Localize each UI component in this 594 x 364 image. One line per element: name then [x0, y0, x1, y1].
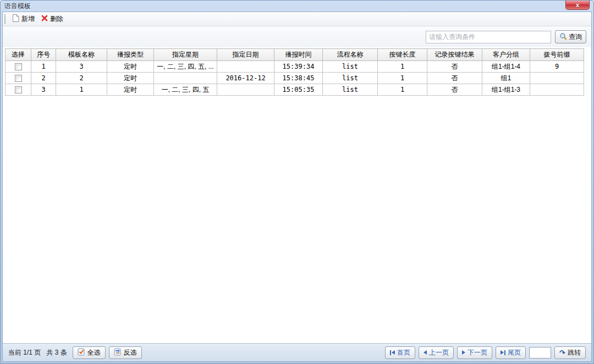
first-page-label: 首页 — [397, 348, 410, 357]
table-cell — [154, 73, 217, 84]
table-cell: 3 — [31, 84, 56, 96]
table-cell: 15:39:34 — [274, 61, 323, 73]
jump-button-label: 跳转 — [568, 348, 581, 357]
select-cell — [6, 73, 31, 84]
next-page-label: 下一页 — [468, 348, 487, 357]
total-count-label: 共 3 条 — [46, 349, 67, 356]
select-all-label: 全选 — [87, 348, 101, 357]
column-header[interactable]: 模板名称 — [56, 49, 107, 61]
table-cell: 定时 — [107, 84, 154, 96]
table-cell — [530, 84, 584, 96]
column-header[interactable]: 序号 — [31, 49, 56, 61]
table-row: 13定时一, 二, 三, 四, 五, ...15:39:34list1否组1-组… — [6, 61, 584, 73]
column-header[interactable]: 指定日期 — [217, 49, 274, 61]
table-cell: 15:38:45 — [274, 73, 323, 84]
prev-page-button[interactable]: 上一页 — [419, 346, 454, 359]
delete-button-label: 删除 — [50, 14, 63, 24]
table-cell: 定时 — [107, 73, 154, 84]
table-cell: 1 — [31, 61, 56, 73]
column-header[interactable]: 播报类型 — [107, 49, 154, 61]
column-header[interactable]: 播报时间 — [274, 49, 323, 61]
invert-select-icon — [114, 348, 122, 357]
window-title: 语音模板 — [1, 2, 31, 11]
toolbar-grip-handle[interactable] — [4, 14, 7, 24]
column-header[interactable]: 按键长度 — [378, 49, 427, 61]
column-header[interactable]: 拨号前缀 — [530, 49, 584, 61]
column-header[interactable]: 指定星期 — [154, 49, 217, 61]
table-cell: list — [323, 73, 378, 84]
table-cell: 2016-12-12 — [217, 73, 274, 84]
table-cell — [217, 84, 274, 96]
page-info: 当前 1/1 页共 3 条 — [8, 348, 73, 357]
table-cell: 否 — [427, 84, 482, 96]
column-header[interactable]: 选择 — [6, 49, 31, 61]
table-area: 选择序号模板名称播报类型指定星期指定日期播报时间流程名称按键长度记录按键结果客户… — [3, 47, 591, 343]
table-cell — [217, 61, 274, 73]
first-page-button[interactable]: 首页 — [385, 346, 415, 359]
current-page-label: 当前 1/1 页 — [8, 349, 41, 356]
table-cell: 1 — [378, 73, 427, 84]
table-cell: 1 — [378, 84, 427, 96]
table-cell: list — [323, 61, 378, 73]
dialog-window: 语音模板 x 新增 删除 — [0, 0, 594, 364]
jump-arrow-icon: ↷ — [559, 349, 565, 356]
add-button-label: 新增 — [21, 14, 35, 24]
table-row: 31定时一, 二, 三, 四, 五15:05:35list1否组1-组1-3 — [6, 84, 584, 96]
table-cell: 否 — [427, 61, 482, 73]
column-header[interactable]: 流程名称 — [323, 49, 378, 61]
add-button[interactable]: 新增 — [9, 13, 38, 25]
table-cell: 15:05:35 — [274, 84, 323, 96]
table-cell: 3 — [56, 61, 107, 73]
table-cell: 1 — [56, 84, 107, 96]
table-cell: 9 — [530, 61, 584, 73]
select-all-button[interactable]: 全选 — [73, 346, 106, 359]
pagination-bar: 当前 1/1 页共 3 条 全选 反选 首页 — [3, 343, 591, 361]
first-page-icon — [390, 350, 395, 355]
magnifier-icon — [559, 32, 567, 42]
prev-page-icon — [424, 350, 427, 355]
select-cell — [6, 84, 31, 96]
table-cell: 一, 二, 三, 四, 五, ... — [154, 61, 217, 73]
invert-select-button[interactable]: 反选 — [109, 346, 142, 359]
query-button-label: 查询 — [569, 32, 582, 42]
table-cell: 否 — [427, 73, 482, 84]
toolbar: 新增 删除 — [3, 12, 591, 26]
table-cell: 定时 — [107, 61, 154, 73]
table-cell: 组1 — [482, 73, 530, 84]
table-cell: 1 — [378, 61, 427, 73]
prev-page-label: 上一页 — [429, 348, 449, 357]
row-checkbox[interactable] — [15, 63, 22, 70]
query-button[interactable]: 查询 — [555, 30, 586, 43]
table-row: 22定时2016-12-1215:38:45list1否组1 — [6, 73, 584, 84]
jump-button[interactable]: ↷ 跳转 — [554, 346, 586, 359]
close-button[interactable]: x — [565, 1, 590, 10]
next-page-button[interactable]: 下一页 — [457, 346, 492, 359]
row-checkbox[interactable] — [15, 75, 22, 82]
delete-x-icon — [41, 15, 48, 23]
table-header-row: 选择序号模板名称播报类型指定星期指定日期播报时间流程名称按键长度记录按键结果客户… — [6, 49, 584, 61]
last-page-icon — [501, 350, 505, 355]
last-page-label: 尾页 — [508, 348, 521, 357]
title-bar: 语音模板 x — [1, 1, 593, 12]
table-cell: 组1-组1-3 — [482, 84, 530, 96]
column-header[interactable]: 记录按键结果 — [427, 49, 482, 61]
column-header[interactable]: 客户分组 — [482, 49, 530, 61]
search-input[interactable] — [426, 31, 551, 43]
search-bar: 查询 — [3, 26, 591, 47]
table-cell: 2 — [31, 73, 56, 84]
table-cell: 一, 二, 三, 四, 五 — [154, 84, 217, 96]
invert-select-label: 反选 — [124, 348, 137, 357]
row-checkbox[interactable] — [15, 86, 22, 93]
next-page-icon — [462, 350, 465, 355]
table-cell: 组1-组1-4 — [482, 61, 530, 73]
delete-button[interactable]: 删除 — [38, 13, 67, 25]
table-cell — [530, 73, 584, 84]
dialog-content: 新增 删除 查询 选择序号模板名称播报类型指定星期指定日期播报时间流程名称按 — [2, 12, 592, 362]
jump-page-input[interactable] — [529, 347, 551, 359]
new-document-icon — [12, 14, 19, 24]
select-cell — [6, 61, 31, 73]
select-all-icon — [78, 348, 85, 357]
last-page-button[interactable]: 尾页 — [496, 346, 526, 359]
template-table: 选择序号模板名称播报类型指定星期指定日期播报时间流程名称按键长度记录按键结果客户… — [5, 48, 584, 96]
table-cell: list — [323, 84, 378, 96]
